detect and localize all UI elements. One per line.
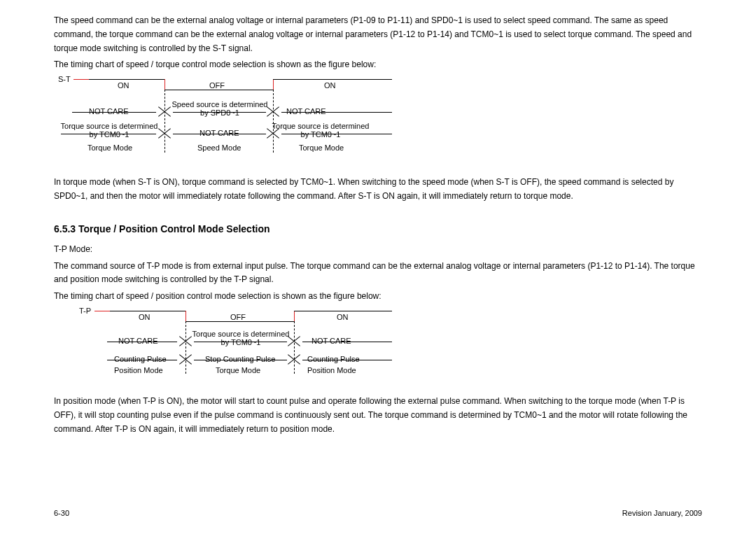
row2-mid2: by TCM0~1: [192, 338, 290, 346]
red-line: [74, 79, 89, 80]
wave: [294, 311, 392, 311]
paragraph-3: In torque mode (when S-T is ON), torque …: [54, 176, 702, 204]
red-fall: [186, 311, 186, 321]
revision-label: Revision January, 2009: [622, 509, 702, 517]
transition-x: [178, 335, 192, 349]
row4-mid: Torque Mode: [216, 366, 260, 374]
signal-label-tp: T-P: [79, 307, 91, 315]
row4-right: Position Mode: [307, 366, 356, 374]
wave: [110, 311, 186, 311]
signal-label-st: S-T: [58, 75, 71, 83]
row4-right: Torque Mode: [299, 143, 344, 152]
row3-l1: Torque source is determined: [57, 122, 162, 130]
state-off: OFF: [230, 313, 246, 321]
state-on: ON: [118, 81, 130, 90]
row2-right: NOT CARE: [286, 107, 326, 115]
paragraph-2: The timing chart of speed / torque contr…: [54, 58, 702, 72]
state-off: OFF: [209, 81, 225, 90]
row3-r2: by TCM0~1: [268, 130, 373, 139]
row3-l2: by TCM0~1: [57, 130, 162, 139]
red-fall: [164, 79, 165, 90]
transition-x: [178, 353, 192, 367]
row2-mid2: by SPD0~1: [171, 108, 269, 117]
transition-x: [158, 105, 172, 119]
row3-mid: Stop Counting Pulse: [205, 355, 275, 363]
row4-mid: Speed Mode: [197, 143, 241, 152]
red-rise: [294, 311, 295, 321]
row3-right: Counting Pulse: [307, 355, 360, 363]
paragraph-5: The timing chart of speed / position con…: [54, 290, 702, 304]
paragraph-1: The speed command can be the external an…: [54, 14, 702, 55]
row3-r1: Torque source is determined: [268, 122, 373, 130]
dashed-line: [273, 90, 274, 153]
state-on: ON: [139, 313, 150, 321]
dashed-line: [164, 90, 165, 153]
page-number: 6-30: [54, 509, 69, 517]
wave: [186, 321, 294, 322]
row2-mid1: Speed source is determined: [171, 100, 269, 108]
wave: [273, 79, 392, 80]
row2-left: NOT CARE: [118, 337, 158, 345]
row3-left: Counting Pulse: [114, 355, 167, 363]
red-line: [94, 311, 110, 311]
row3-mid: NOT CARE: [200, 129, 239, 137]
page-footer: 6-30 Revision January, 2009: [54, 509, 702, 517]
row4-left: Position Mode: [114, 366, 163, 374]
transition-x: [287, 353, 301, 367]
timing-chart-tp: T-P ON OFF ON NOT CARE Torque source is …: [79, 307, 702, 377]
tp-mode-label: T-P Mode:: [54, 243, 702, 257]
row4-left: Torque Mode: [88, 143, 132, 152]
section-heading: 6.5.3 Torque / Position Control Mode Sel…: [54, 223, 702, 234]
wave: [164, 90, 273, 90]
row2-mid1: Torque source is determined: [192, 330, 290, 338]
paragraph-6: In position mode (when T-P is ON), the m…: [54, 395, 702, 436]
wave: [89, 79, 164, 80]
paragraph-4: The command source of T-P mode is from e…: [54, 260, 702, 288]
row2-right: NOT CARE: [312, 337, 351, 345]
timing-chart-st: S-T ON OFF ON NOT CARE Speed source is d…: [58, 75, 702, 153]
state-on: ON: [324, 81, 336, 90]
row2-left: NOT CARE: [89, 107, 129, 115]
state-on: ON: [337, 313, 349, 321]
red-rise: [273, 79, 274, 90]
